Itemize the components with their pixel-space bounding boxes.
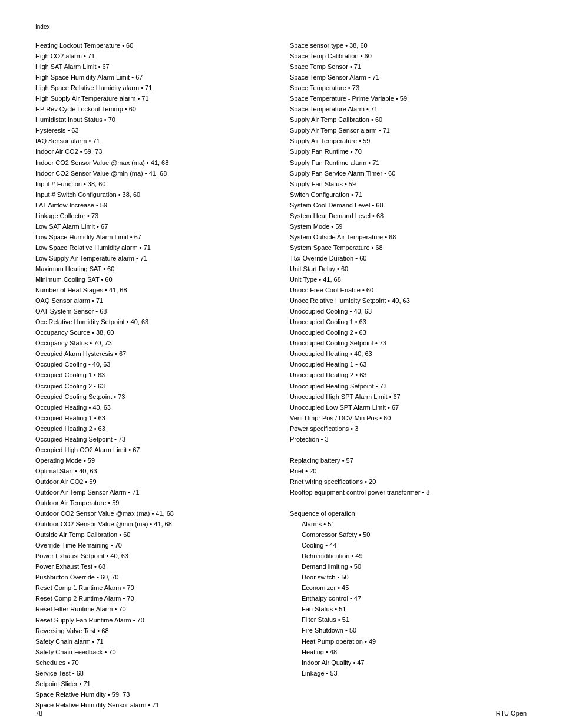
list-item: Occupied High CO2 Alarm Limit • 67 <box>35 445 272 455</box>
list-item: Safety Chain Feedback • 70 <box>35 647 272 657</box>
list-item: Door switch • 50 <box>290 572 527 582</box>
list-item: Low SAT Alarm Limit • 67 <box>35 222 272 232</box>
list-item: Pushbutton Override • 60, 70 <box>35 572 272 582</box>
list-item: Space Temp Sensor • 71 <box>290 62 527 72</box>
list-item: Safety Chain alarm • 71 <box>35 637 272 647</box>
list-item: Reset Supply Fan Runtime Alarm • 70 <box>35 615 272 625</box>
list-item: System Heat Demand Level • 68 <box>290 211 527 221</box>
list-item: Linkage Collector • 73 <box>35 211 272 221</box>
list-item: System Space Temperature • 68 <box>290 243 527 253</box>
list-item: Outside Air Temp Calibration • 60 <box>35 530 272 540</box>
list-item: High Space Relative Humidity alarm • 71 <box>35 83 272 93</box>
list-item: Reset Comp 2 Runtime Alarm • 70 <box>35 594 272 604</box>
list-item: Low Space Relative Humidity alarm • 71 <box>35 243 272 253</box>
list-item: LAT Airflow Increase • 59 <box>35 200 272 210</box>
list-item: High CO2 alarm • 71 <box>35 51 272 61</box>
list-item: Space Temp Calibration • 60 <box>290 51 527 61</box>
list-item: Heating Lockout Temperature • 60 <box>35 41 272 51</box>
list-item: Outdoor Air Temperature • 59 <box>35 498 272 508</box>
list-item: Reversing Valve Test • 68 <box>35 626 272 636</box>
list-item: OAQ Sensor alarm • 71 <box>35 296 272 306</box>
list-item: System Outside Air Temperature • 68 <box>290 232 527 242</box>
list-item: Occupancy Status • 70, 73 <box>35 338 272 348</box>
list-item: Input # Switch Configuration • 38, 60 <box>35 190 272 200</box>
list-item: Replacing battery • 57 <box>290 456 527 466</box>
list-item: Power Exhaust Setpoint • 40, 63 <box>35 551 272 561</box>
list-item: Heat Pump operation • 49 <box>290 637 527 647</box>
page-footer: 78 RTU Open <box>35 710 527 717</box>
list-item: Space Temp Sensor Alarm • 71 <box>290 73 527 83</box>
document-title: RTU Open <box>496 710 527 717</box>
list-item: Unocc Relative Humidity Setpoint • 40, 6… <box>290 296 527 306</box>
list-item: T5x Override Duration • 60 <box>290 253 527 263</box>
list-item: Reset Comp 1 Runtime Alarm • 70 <box>35 583 272 593</box>
list-item: Vent Dmpr Pos / DCV Min Pos • 60 <box>290 413 527 423</box>
list-item: Unoccupied Heating 2 • 63 <box>290 370 527 380</box>
list-item: Fan Status • 51 <box>290 604 527 614</box>
list-item: Indoor CO2 Sensor Value @max (ma) • 41, … <box>35 158 272 168</box>
list-item: Unoccupied Cooling 1 • 63 <box>290 317 527 327</box>
list-item: Supply Air Temp Calibration • 60 <box>290 115 527 125</box>
list-item: Linkage • 53 <box>290 668 527 678</box>
list-item: Occupied Heating Setpoint • 73 <box>35 434 272 444</box>
list-item: Input # Function • 38, 60 <box>35 179 272 189</box>
list-item: Indoor CO2 Sensor Value @min (ma) • 41, … <box>35 169 272 179</box>
list-item: High Supply Air Temperature alarm • 71 <box>35 94 272 104</box>
list-item: HP Rev Cycle Lockout Temmp • 60 <box>35 104 272 114</box>
list-item: Service Test • 68 <box>35 668 272 678</box>
list-item: Maximum Heating SAT • 60 <box>35 264 272 274</box>
list-item: Space Relative Humidity • 59, 73 <box>35 690 272 700</box>
list-item: Supply Fan Status • 59 <box>290 179 527 189</box>
list-item: Rooftop equipment control power transfor… <box>290 487 527 498</box>
list-item: Unoccupied Heating 1 • 63 <box>290 360 527 370</box>
list-item: IAQ Sensor alarm • 71 <box>35 136 272 146</box>
list-item: Occupied Cooling • 40, 63 <box>35 360 272 370</box>
list-item: Supply Air Temp Sensor alarm • 71 <box>290 126 527 136</box>
list-item: Enthalpy control • 47 <box>290 594 527 604</box>
list-item: Outdoor Air CO2 • 59 <box>35 477 272 487</box>
list-item: Occupancy Source • 38, 60 <box>35 328 272 338</box>
list-item: Unoccupied Cooling 2 • 63 <box>290 328 527 338</box>
list-item: Hysteresis • 63 <box>35 126 272 136</box>
list-item: System Mode • 59 <box>290 222 527 232</box>
list-item: Schedules • 70 <box>35 658 272 668</box>
right-column: Space sensor type • 38, 60Space Temp Cal… <box>290 41 527 711</box>
list-item: Cooling • 44 <box>290 541 527 551</box>
list-item: Occupied Heating • 40, 63 <box>35 403 272 413</box>
list-item: Low Space Humidity Alarm Limit • 67 <box>35 232 272 242</box>
list-item: Dehumidification • 49 <box>290 551 527 561</box>
list-item: Rnet • 20 <box>290 466 527 476</box>
list-item: Space Temperature - Prime Variable • 59 <box>290 94 527 104</box>
list-item: Supply Fan Service Alarm Timer • 60 <box>290 169 527 179</box>
list-item: Occupied Alarm Hysteresis • 67 <box>35 349 272 359</box>
list-item: Space Temperature Alarm • 71 <box>290 104 527 114</box>
list-item: Unoccupied Heating Setpoint • 73 <box>290 381 527 391</box>
list-item: Operating Mode • 59 <box>35 456 272 466</box>
list-item: Unoccupied Heating • 40, 63 <box>290 349 527 359</box>
list-item: High Space Humidity Alarm Limit • 67 <box>35 73 272 83</box>
list-item: Setpoint Slider • 71 <box>35 679 272 689</box>
list-item: Demand limiting • 50 <box>290 562 527 572</box>
content-columns: Heating Lockout Temperature • 60High CO2… <box>35 41 527 711</box>
list-item: Switch Configuration • 71 <box>290 190 527 200</box>
list-item: Rnet wiring specifications • 20 <box>290 477 527 487</box>
list-item: Power Exhaust Test • 68 <box>35 562 272 572</box>
list-item: System Cool Demand Level • 68 <box>290 200 527 210</box>
list-item: Number of Heat Stages • 41, 68 <box>35 285 272 295</box>
list-item: Alarms • 51 <box>290 519 527 529</box>
list-item: Outdoor CO2 Sensor Value @min (ma) • 41,… <box>35 519 272 529</box>
list-item: Outdoor Air Temp Sensor Alarm • 71 <box>35 487 272 498</box>
list-item: Unoccupied High SPT Alarm Limit • 67 <box>290 392 527 402</box>
section-header: Sequence of operation <box>290 509 527 519</box>
list-item: Outdoor CO2 Sensor Value @max (ma) • 41,… <box>35 509 272 519</box>
list-item: OAT System Sensor • 68 <box>35 307 272 317</box>
list-item: Minimum Cooling SAT • 60 <box>35 275 272 285</box>
list-item: Occupied Heating 1 • 63 <box>35 413 272 423</box>
list-item: Occupied Cooling 2 • 63 <box>35 381 272 391</box>
list-item: Heating • 48 <box>290 647 527 657</box>
list-item: Economizer • 45 <box>290 583 527 593</box>
list-item: Indoor Air Quality • 47 <box>290 658 527 668</box>
list-item: Supply Air Temperature • 59 <box>290 136 527 146</box>
list-item: Compressor Safety • 50 <box>290 530 527 540</box>
list-item: Supply Fan Runtime • 70 <box>290 147 527 157</box>
